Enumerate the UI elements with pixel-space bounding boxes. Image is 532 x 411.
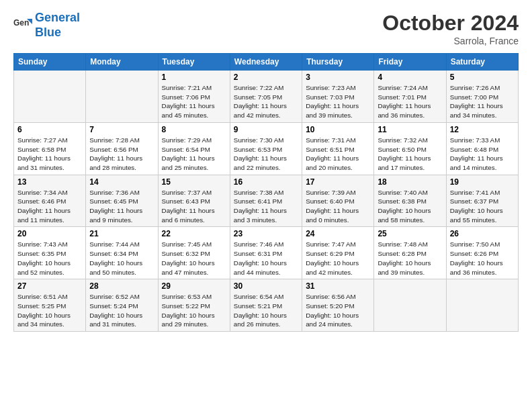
weekday-header: Sunday [14, 54, 86, 71]
day-number: 20 [17, 229, 82, 238]
day-info: Sunrise: 7:37 AM Sunset: 6:43 PM Dayligh… [162, 188, 226, 225]
day-info: Sunrise: 6:54 AM Sunset: 5:21 PM Dayligh… [234, 292, 298, 329]
day-number: 28 [89, 281, 154, 291]
calendar-cell: 10Sunrise: 7:31 AM Sunset: 6:51 PM Dayli… [302, 122, 374, 175]
day-info: Sunrise: 7:33 AM Sunset: 6:48 PM Dayligh… [450, 136, 515, 173]
calendar-cell [14, 71, 86, 123]
calendar-week-row: 20Sunrise: 7:43 AM Sunset: 6:35 PM Dayli… [14, 227, 519, 279]
day-info: Sunrise: 7:30 AM Sunset: 6:53 PM Dayligh… [234, 136, 298, 173]
calendar-cell: 24Sunrise: 7:47 AM Sunset: 6:29 PM Dayli… [302, 227, 374, 279]
calendar-cell: 19Sunrise: 7:41 AM Sunset: 6:37 PM Dayli… [446, 175, 518, 227]
day-info: Sunrise: 6:52 AM Sunset: 5:24 PM Dayligh… [89, 292, 154, 329]
day-number: 26 [450, 229, 515, 238]
day-info: Sunrise: 7:22 AM Sunset: 7:05 PM Dayligh… [234, 83, 298, 120]
calendar-cell: 26Sunrise: 7:50 AM Sunset: 6:26 PM Dayli… [446, 227, 518, 279]
day-info: Sunrise: 7:23 AM Sunset: 7:03 PM Dayligh… [306, 83, 370, 120]
day-info: Sunrise: 7:46 AM Sunset: 6:31 PM Dayligh… [234, 240, 298, 277]
calendar-cell: 1Sunrise: 7:21 AM Sunset: 7:06 PM Daylig… [158, 71, 230, 123]
day-number: 6 [17, 125, 82, 134]
calendar-cell: 6Sunrise: 7:27 AM Sunset: 6:58 PM Daylig… [14, 122, 86, 175]
day-info: Sunrise: 7:31 AM Sunset: 6:51 PM Dayligh… [306, 136, 370, 173]
day-number: 5 [450, 73, 515, 82]
day-number: 24 [306, 229, 370, 238]
calendar-cell: 17Sunrise: 7:39 AM Sunset: 6:40 PM Dayli… [302, 175, 374, 227]
day-info: Sunrise: 6:51 AM Sunset: 5:25 PM Dayligh… [17, 292, 82, 329]
calendar-week-row: 1Sunrise: 7:21 AM Sunset: 7:06 PM Daylig… [14, 71, 519, 123]
day-number: 25 [378, 229, 442, 238]
calendar-cell: 7Sunrise: 7:28 AM Sunset: 6:56 PM Daylig… [86, 122, 158, 175]
calendar-cell: 9Sunrise: 7:30 AM Sunset: 6:53 PM Daylig… [230, 122, 302, 175]
day-number: 1 [162, 73, 226, 82]
calendar-cell: 22Sunrise: 7:45 AM Sunset: 6:32 PM Dayli… [158, 227, 230, 279]
day-number: 17 [306, 177, 370, 187]
day-info: Sunrise: 7:40 AM Sunset: 6:38 PM Dayligh… [378, 188, 442, 225]
calendar-cell: 5Sunrise: 7:26 AM Sunset: 7:00 PM Daylig… [446, 71, 518, 123]
calendar-cell: 25Sunrise: 7:48 AM Sunset: 6:28 PM Dayli… [374, 227, 446, 279]
calendar-cell: 20Sunrise: 7:43 AM Sunset: 6:35 PM Dayli… [14, 227, 86, 279]
day-info: Sunrise: 7:39 AM Sunset: 6:40 PM Dayligh… [306, 188, 370, 225]
weekday-header: Saturday [446, 54, 518, 71]
day-info: Sunrise: 7:28 AM Sunset: 6:56 PM Dayligh… [89, 136, 154, 173]
calendar-cell: 12Sunrise: 7:33 AM Sunset: 6:48 PM Dayli… [446, 122, 518, 175]
day-number: 30 [234, 281, 298, 291]
calendar-cell [446, 279, 518, 332]
day-number: 31 [306, 281, 370, 291]
day-info: Sunrise: 7:29 AM Sunset: 6:54 PM Dayligh… [162, 136, 226, 173]
calendar-cell: 15Sunrise: 7:37 AM Sunset: 6:43 PM Dayli… [158, 175, 230, 227]
day-number: 22 [162, 229, 226, 238]
calendar-table: SundayMondayTuesdayWednesdayThursdayFrid… [13, 53, 519, 332]
calendar-cell: 23Sunrise: 7:46 AM Sunset: 6:31 PM Dayli… [230, 227, 302, 279]
calendar-cell: 2Sunrise: 7:22 AM Sunset: 7:05 PM Daylig… [230, 71, 302, 123]
day-number: 14 [89, 177, 154, 187]
day-info: Sunrise: 7:36 AM Sunset: 6:45 PM Dayligh… [89, 188, 154, 225]
day-info: Sunrise: 7:50 AM Sunset: 6:26 PM Dayligh… [450, 240, 515, 277]
day-info: Sunrise: 7:38 AM Sunset: 6:41 PM Dayligh… [234, 188, 298, 225]
day-number: 23 [234, 229, 298, 238]
calendar-cell [86, 71, 158, 123]
logo: Gen General Blue [13, 11, 80, 40]
day-info: Sunrise: 7:26 AM Sunset: 7:00 PM Dayligh… [450, 83, 515, 120]
day-number: 21 [89, 229, 154, 238]
header-row: SundayMondayTuesdayWednesdayThursdayFrid… [14, 54, 519, 71]
day-info: Sunrise: 7:41 AM Sunset: 6:37 PM Dayligh… [450, 188, 515, 225]
day-number: 18 [378, 177, 442, 187]
day-info: Sunrise: 7:43 AM Sunset: 6:35 PM Dayligh… [17, 240, 82, 277]
weekday-header: Wednesday [230, 54, 302, 71]
calendar-cell: 13Sunrise: 7:34 AM Sunset: 6:46 PM Dayli… [14, 175, 86, 227]
weekday-header: Thursday [302, 54, 374, 71]
calendar-cell: 14Sunrise: 7:36 AM Sunset: 6:45 PM Dayli… [86, 175, 158, 227]
calendar-cell: 8Sunrise: 7:29 AM Sunset: 6:54 PM Daylig… [158, 122, 230, 175]
main-container: Gen General Blue October 2024 Sarrola, F… [0, 0, 532, 340]
day-number: 2 [234, 73, 298, 82]
calendar-week-row: 27Sunrise: 6:51 AM Sunset: 5:25 PM Dayli… [14, 279, 519, 332]
weekday-header: Monday [86, 54, 158, 71]
calendar-cell: 4Sunrise: 7:24 AM Sunset: 7:01 PM Daylig… [374, 71, 446, 123]
logo-text: General Blue [35, 11, 80, 40]
calendar-cell: 11Sunrise: 7:32 AM Sunset: 6:50 PM Dayli… [374, 122, 446, 175]
weekday-header: Tuesday [158, 54, 230, 71]
day-info: Sunrise: 7:27 AM Sunset: 6:58 PM Dayligh… [17, 136, 82, 173]
day-info: Sunrise: 7:48 AM Sunset: 6:28 PM Dayligh… [378, 240, 442, 277]
day-number: 8 [162, 125, 226, 134]
calendar-cell [374, 279, 446, 332]
calendar-week-row: 13Sunrise: 7:34 AM Sunset: 6:46 PM Dayli… [14, 175, 519, 227]
day-number: 19 [450, 177, 515, 187]
calendar-cell: 3Sunrise: 7:23 AM Sunset: 7:03 PM Daylig… [302, 71, 374, 123]
day-number: 9 [234, 125, 298, 134]
calendar-cell: 28Sunrise: 6:52 AM Sunset: 5:24 PM Dayli… [86, 279, 158, 332]
day-number: 11 [378, 125, 442, 134]
calendar-week-row: 6Sunrise: 7:27 AM Sunset: 6:58 PM Daylig… [14, 122, 519, 175]
calendar-cell: 21Sunrise: 7:44 AM Sunset: 6:34 PM Dayli… [86, 227, 158, 279]
day-number: 29 [162, 281, 226, 291]
calendar-cell: 29Sunrise: 6:53 AM Sunset: 5:22 PM Dayli… [158, 279, 230, 332]
day-number: 7 [89, 125, 154, 134]
day-number: 3 [306, 73, 370, 82]
calendar-cell: 30Sunrise: 6:54 AM Sunset: 5:21 PM Dayli… [230, 279, 302, 332]
header: Gen General Blue October 2024 Sarrola, F… [13, 11, 519, 46]
day-number: 15 [162, 177, 226, 187]
day-info: Sunrise: 7:24 AM Sunset: 7:01 PM Dayligh… [378, 83, 442, 120]
day-number: 4 [378, 73, 442, 82]
day-info: Sunrise: 7:21 AM Sunset: 7:06 PM Dayligh… [162, 83, 226, 120]
calendar-cell: 18Sunrise: 7:40 AM Sunset: 6:38 PM Dayli… [374, 175, 446, 227]
calendar-cell: 27Sunrise: 6:51 AM Sunset: 5:25 PM Dayli… [14, 279, 86, 332]
